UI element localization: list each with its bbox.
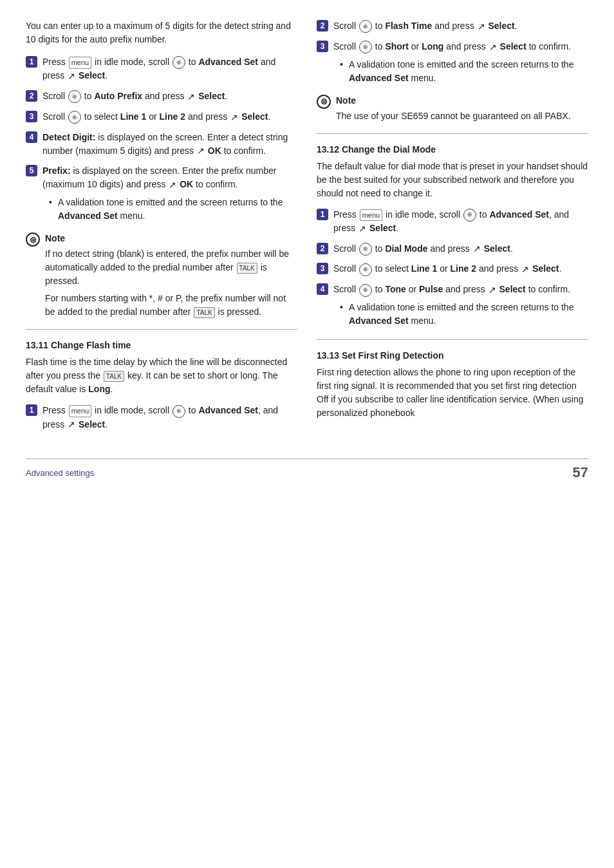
step-1312-4-content: Scroll ⊕ to Tone or Pulse and press ↗ Se… [333, 283, 588, 329]
step-1312-3-content: Scroll ⊕ to select Line 1 or Line 2 and … [333, 262, 561, 276]
step-1-content: Press menu in idle mode, scroll ⊕ to Adv… [42, 55, 297, 83]
bullet-5-1: A validation tone is emitted and the scr… [49, 196, 297, 223]
talk-icon: TALK [237, 263, 257, 274]
scroll-icon-1311: ⊕ [172, 405, 185, 418]
section-1312-steps: 1 Press menu in idle mode, scroll ⊕ to A… [317, 208, 588, 329]
flash-bullet-3-1: A validation tone is emitted and the scr… [340, 58, 588, 85]
step-5-bullets: A validation tone is emitted and the scr… [49, 196, 297, 223]
select-icon-1312-1: ↗ [358, 222, 366, 236]
step-5-content: Prefix: is displayed on the screen. Ente… [42, 164, 297, 224]
select-icon-1312-4: ↗ [488, 283, 496, 297]
step-1-num: 1 [26, 56, 37, 68]
step-1311-1-content: Press menu in idle mode, scroll ⊕ to Adv… [42, 404, 297, 431]
scroll-icon-3: ⊕ [68, 111, 81, 124]
flash-step-3-content: Scroll ⊕ to Short or Long and press ↗ Se… [333, 40, 588, 86]
select-icon: ↗ [68, 70, 75, 83]
section-1312-step-3: 3 Scroll ⊕ to select Line 1 or Line 2 an… [317, 262, 588, 276]
step-1312-2-num: 2 [317, 243, 328, 254]
note-icon-1: ⊜ [26, 232, 40, 247]
section-1311-steps: 1 Press menu in idle mode, scroll ⊕ to A… [26, 404, 297, 431]
flash-step-2: 2 Scroll ⊕ to Flash Time and press ↗ Sel… [317, 19, 588, 33]
select-icon-3: ↗ [230, 111, 238, 124]
note-icon-2: ⊜ [317, 95, 331, 109]
step-2: 2 Scroll ⊕ to Auto Prefix and press ↗ Se… [26, 90, 297, 104]
section-1312-step-4: 4 Scroll ⊕ to Tone or Pulse and press ↗ … [317, 283, 588, 329]
section-1312-title: 13.12 Change the Dial Mode [317, 144, 588, 155]
right-column: 2 Scroll ⊕ to Flash Time and press ↗ Sel… [317, 19, 588, 439]
section-1313: 13.13 Set First Ring Detection First rin… [317, 350, 588, 420]
page-footer: Advanced settings 57 [26, 458, 588, 481]
step-2-num: 2 [26, 90, 37, 102]
step-3-content: Scroll ⊕ to select Line 1 or Line 2 and … [42, 110, 270, 124]
step-4: 4 Detect Digit: is displayed on the scre… [26, 131, 297, 158]
scroll-icon-1312-2: ⊕ [359, 243, 372, 256]
section-1311-desc: Flash time is the time delay by which th… [26, 355, 297, 396]
talk-icon-3: TALK [104, 371, 124, 382]
step-1: 1 Press menu in idle mode, scroll ⊕ to A… [26, 55, 297, 83]
menu-icon: menu [69, 57, 92, 69]
page-layout: You can enter up to a maximum of 5 digit… [26, 19, 588, 439]
select-icon-1312-3: ↗ [521, 263, 529, 276]
menu-icon-1312: menu [360, 209, 383, 222]
footer-left: Advanced settings [26, 468, 94, 478]
menu-icon-1311: menu [69, 405, 92, 417]
scroll-icon-1312-3: ⊕ [359, 263, 372, 276]
step-1312-3-num: 3 [317, 263, 328, 274]
step-1312-4-bullets: A validation tone is emitted and the scr… [340, 301, 588, 328]
footer-right: 57 [573, 464, 588, 481]
note-2-line-1: The use of your SE659 cannot be guarante… [336, 109, 571, 123]
scroll-icon: ⊕ [172, 56, 185, 69]
step-5: 5 Prefix: is displayed on the screen. En… [26, 164, 297, 224]
section-1312-step-2: 2 Scroll ⊕ to Dial Mode and press ↗ Sele… [317, 242, 588, 256]
flash-step-2-num: 2 [317, 20, 328, 32]
note-1-content: Note If no detect string (blank) is ente… [45, 232, 297, 319]
flash-step-3-num: 3 [317, 41, 328, 52]
note-1: ⊜ Note If no detect string (blank) is en… [26, 232, 297, 319]
note-1-line-1: If no detect string (blank) is entered, … [45, 247, 297, 288]
select-icon-1312-2: ↗ [473, 242, 481, 256]
select-icon-f3: ↗ [489, 41, 497, 54]
flash-steps-right: 2 Scroll ⊕ to Flash Time and press ↗ Sel… [317, 19, 588, 86]
section-1311: 13.11 Change Flash time Flash time is th… [26, 340, 297, 431]
scroll-icon-f3: ⊕ [359, 41, 372, 53]
bullet-1312-4-1: A validation tone is emitted and the scr… [340, 301, 588, 328]
step-1312-2-content: Scroll ⊕ to Dial Mode and press ↗ Select… [333, 242, 513, 256]
step-2-content: Scroll ⊕ to Auto Prefix and press ↗ Sele… [42, 90, 227, 104]
section-1313-title: 13.13 Set First Ring Detection [317, 350, 588, 361]
section-1312-step-1: 1 Press menu in idle mode, scroll ⊕ to A… [317, 208, 588, 236]
section-1311-step-1: 1 Press menu in idle mode, scroll ⊕ to A… [26, 404, 297, 431]
ok-icon-5: ↗ [169, 178, 176, 192]
section-1312: 13.12 Change the Dial Mode The default v… [317, 144, 588, 329]
divider-1311 [26, 329, 297, 330]
step-4-content: Detect Digit: is displayed on the screen… [42, 131, 297, 158]
note-1-line-2: For numbers starting with *, # or P, the… [45, 292, 297, 319]
select-icon-2: ↗ [187, 90, 195, 104]
step-1312-1-content: Press menu in idle mode, scroll ⊕ to Adv… [333, 208, 588, 236]
left-column: You can enter up to a maximum of 5 digit… [26, 19, 297, 439]
note-2-title: Note [336, 94, 571, 108]
scroll-icon-2: ⊕ [68, 90, 81, 103]
scroll-icon-1312-4: ⊕ [359, 284, 372, 297]
divider-1313 [317, 339, 588, 340]
scroll-icon-f2: ⊕ [359, 20, 372, 33]
flash-step-3-bullets: A validation tone is emitted and the scr… [340, 58, 588, 85]
section-1312-desc: The default value for dial mode that is … [317, 160, 588, 200]
talk-icon-2: TALK [194, 307, 214, 318]
step-4-num: 4 [26, 131, 37, 143]
left-steps-list: 1 Press menu in idle mode, scroll ⊕ to A… [26, 55, 297, 224]
ok-icon-4: ↗ [197, 144, 205, 158]
divider-1312 [317, 133, 588, 134]
step-5-num: 5 [26, 165, 37, 176]
section-1311-title: 13.11 Change Flash time [26, 340, 297, 350]
step-1312-4-num: 4 [317, 283, 328, 295]
select-icon-1311: ↗ [68, 418, 75, 431]
step-1311-1-num: 1 [26, 404, 37, 416]
step-3: 3 Scroll ⊕ to select Line 1 or Line 2 an… [26, 110, 297, 124]
section-1313-desc: First ring detection allows the phone to… [317, 366, 588, 420]
step-3-num: 3 [26, 111, 37, 122]
note-1-title: Note [45, 232, 297, 245]
note-2: ⊜ Note The use of your SE659 cannot be g… [317, 94, 588, 123]
step-1312-1-num: 1 [317, 209, 328, 220]
select-icon-f2: ↗ [478, 20, 485, 33]
flash-step-2-content: Scroll ⊕ to Flash Time and press ↗ Selec… [333, 19, 517, 33]
